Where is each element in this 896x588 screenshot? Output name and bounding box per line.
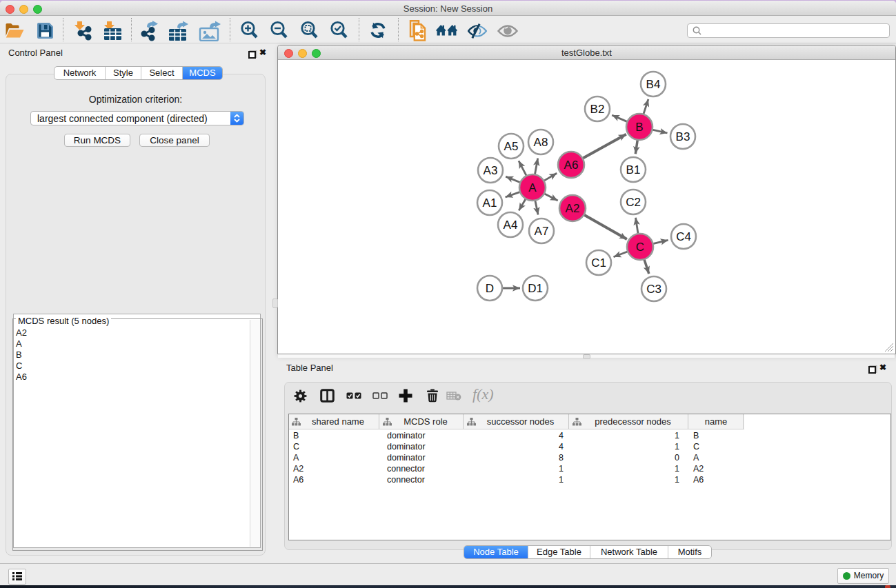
svg-text:B4: B4: [646, 78, 661, 91]
svg-text:A2: A2: [566, 202, 580, 215]
svg-text:B1: B1: [626, 163, 641, 176]
svg-text:C4: C4: [676, 230, 691, 243]
svg-text:A3: A3: [484, 164, 498, 177]
svg-text:D1: D1: [528, 282, 543, 295]
svg-text:A6: A6: [564, 159, 579, 172]
svg-text:C: C: [636, 241, 644, 254]
svg-text:C1: C1: [591, 256, 606, 270]
svg-text:C2: C2: [626, 196, 641, 209]
svg-text:B: B: [635, 121, 643, 134]
svg-text:C3: C3: [646, 283, 661, 296]
svg-text:A8: A8: [534, 136, 548, 149]
svg-text:A5: A5: [504, 140, 519, 153]
svg-text:B2: B2: [590, 103, 605, 116]
svg-text:D: D: [486, 282, 494, 295]
svg-text:A7: A7: [535, 225, 549, 238]
svg-text:A1: A1: [483, 196, 497, 210]
svg-text:A: A: [528, 181, 537, 194]
svg-text:A4: A4: [504, 219, 518, 232]
svg-text:B3: B3: [676, 130, 690, 143]
